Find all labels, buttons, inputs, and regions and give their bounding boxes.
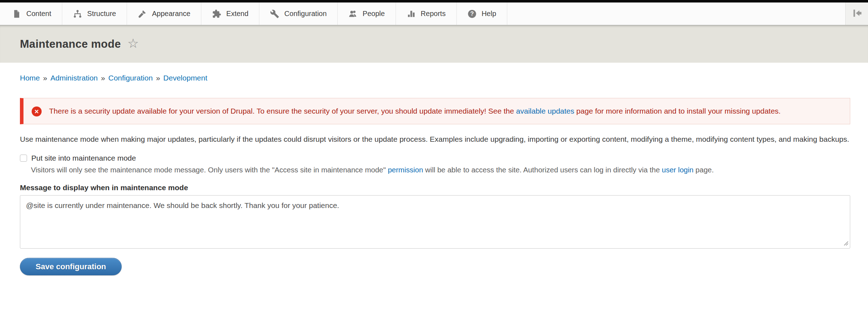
toolbar-item-label: People xyxy=(362,10,385,18)
message-field-wrapper: @site is currently under maintenance. We… xyxy=(20,195,850,250)
error-text-before-link: There is a security update available for… xyxy=(49,107,516,115)
error-message-text: There is a security update available for… xyxy=(49,105,780,117)
svg-text:?: ? xyxy=(470,10,474,17)
textarea-resize-handle[interactable] xyxy=(843,240,849,248)
toolbar-item-help[interactable]: ? Help xyxy=(457,2,507,25)
file-icon xyxy=(12,9,21,19)
maintenance-message-textarea[interactable]: @site is currently under maintenance. We… xyxy=(20,195,850,249)
main-content: Home»Administration»Configuration»Develo… xyxy=(0,74,868,275)
toolbar-item-label: Appearance xyxy=(152,10,190,18)
breadcrumb-link-home[interactable]: Home xyxy=(20,74,40,82)
description-part-3: page. xyxy=(693,166,714,174)
toolbar-item-label: Reports xyxy=(421,10,446,18)
toolbar-item-reports[interactable]: Reports xyxy=(396,2,457,25)
wrench-icon xyxy=(270,9,279,19)
maintenance-mode-intro: Use maintenance mode when making major u… xyxy=(20,133,850,145)
description-part-2: will be able to access the site. Authori… xyxy=(423,166,662,174)
shortcut-star-icon[interactable]: ☆ xyxy=(127,37,139,50)
page-header: Maintenance mode ☆ xyxy=(0,25,868,63)
page-title: Maintenance mode xyxy=(20,38,121,51)
toolbar-item-label: Extend xyxy=(226,10,248,18)
toolbar-item-extend[interactable]: Extend xyxy=(201,2,259,25)
breadcrumb-separator: » xyxy=(101,74,105,82)
error-x-icon: ✕ xyxy=(32,106,42,116)
toolbar-item-structure[interactable]: Structure xyxy=(62,2,127,25)
sitemap-icon xyxy=(73,9,82,19)
paintbrush-icon xyxy=(138,9,147,19)
toolbar-menu: Content Structure Appearance Extend Conf xyxy=(0,2,507,25)
permission-link[interactable]: permission xyxy=(388,166,423,174)
breadcrumb-link-administration[interactable]: Administration xyxy=(51,74,98,82)
people-icon xyxy=(348,9,358,19)
message-field-label: Message to display when in maintenance m… xyxy=(20,183,850,192)
help-icon: ? xyxy=(467,9,477,19)
top-black-bar xyxy=(0,0,868,2)
error-message: ✕ There is a security update available f… xyxy=(20,98,850,124)
breadcrumb-link-configuration[interactable]: Configuration xyxy=(108,74,153,82)
maintenance-mode-description: Visitors will only see the maintenance m… xyxy=(31,166,850,174)
toolbar-item-label: Configuration xyxy=(284,10,327,18)
toolbar-collapse-button[interactable] xyxy=(845,2,868,25)
breadcrumb: Home»Administration»Configuration»Develo… xyxy=(20,74,850,82)
maintenance-mode-checkbox[interactable] xyxy=(20,155,27,162)
user-login-link[interactable]: user login xyxy=(662,166,694,174)
toolbar-item-people[interactable]: People xyxy=(338,2,396,25)
breadcrumb-link-development[interactable]: Development xyxy=(163,74,207,82)
maintenance-mode-checkbox-label[interactable]: Put site into maintenance mode xyxy=(31,154,136,162)
description-part-1: Visitors will only see the maintenance m… xyxy=(31,166,388,174)
toolbar-item-label: Help xyxy=(482,10,496,18)
admin-toolbar: Content Structure Appearance Extend Conf xyxy=(0,2,868,25)
save-configuration-button[interactable]: Save configuration xyxy=(20,258,122,275)
collapse-toolbar-icon xyxy=(852,8,862,20)
toolbar-item-configuration[interactable]: Configuration xyxy=(259,2,338,25)
puzzle-icon xyxy=(212,9,221,19)
toolbar-item-label: Content xyxy=(26,10,51,18)
error-text-after-link: page for more information and to install… xyxy=(574,107,780,115)
breadcrumb-separator: » xyxy=(156,74,160,82)
toolbar-item-content[interactable]: Content xyxy=(0,2,62,25)
maintenance-mode-checkbox-row: Put site into maintenance mode xyxy=(20,154,850,162)
bar-chart-icon xyxy=(407,9,416,19)
toolbar-item-label: Structure xyxy=(87,10,116,18)
breadcrumb-separator: » xyxy=(43,74,47,82)
toolbar-item-appearance[interactable]: Appearance xyxy=(127,2,201,25)
available-updates-link[interactable]: available updates xyxy=(516,107,574,115)
